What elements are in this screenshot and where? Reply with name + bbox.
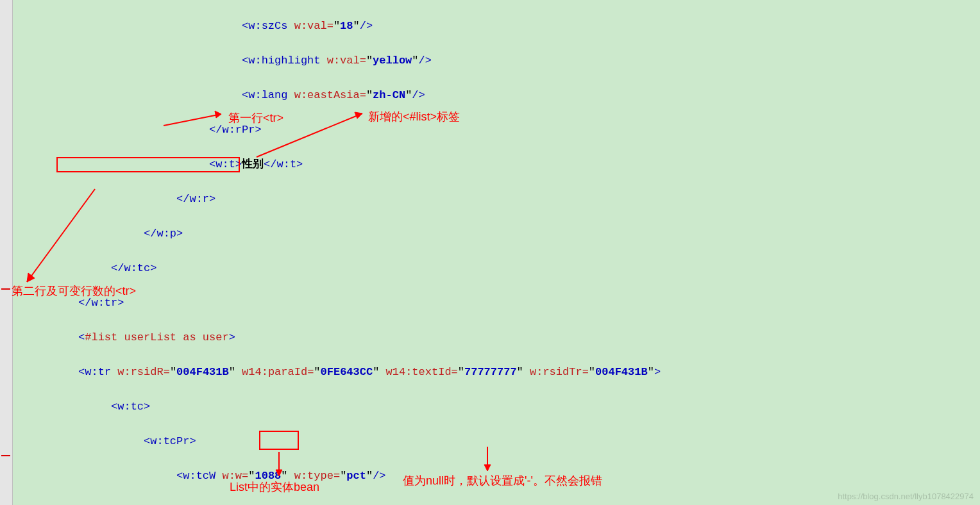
code-line: </w:rPr> bbox=[13, 121, 980, 138]
code-line: </w:r> bbox=[13, 190, 980, 208]
code-editor[interactable]: <w:szCs w:val="18"/> <w:highlight w:val=… bbox=[13, 0, 980, 505]
gutter bbox=[0, 0, 13, 505]
code-line: <w:t>性别</w:t> bbox=[13, 156, 980, 173]
code-line: <w:szCs w:val="18"/> bbox=[13, 17, 980, 35]
watermark: https://blog.csdn.net/llyb1078422974 bbox=[838, 492, 974, 501]
code-line: <w:lang w:eastAsia="zh-CN"/> bbox=[13, 87, 980, 104]
code-line: </w:tc> bbox=[13, 260, 980, 277]
code-line: </w:tcPr> bbox=[13, 502, 980, 505]
code-line: <#list userList as user> bbox=[13, 329, 980, 346]
code-line: <w:tr w:rsidR="004F431B" w14:paraId="0FE… bbox=[13, 363, 980, 381]
code-line: <w:tcW w:w="1088" w:type="pct"/> bbox=[13, 467, 980, 484]
code-line: <w:tcPr> bbox=[13, 433, 980, 450]
code-line: <w:tc> bbox=[13, 398, 980, 415]
code-line: <w:highlight w:val="yellow"/> bbox=[13, 52, 980, 69]
code-line: </w:tr> bbox=[13, 294, 980, 311]
code-line: </w:p> bbox=[13, 225, 980, 242]
